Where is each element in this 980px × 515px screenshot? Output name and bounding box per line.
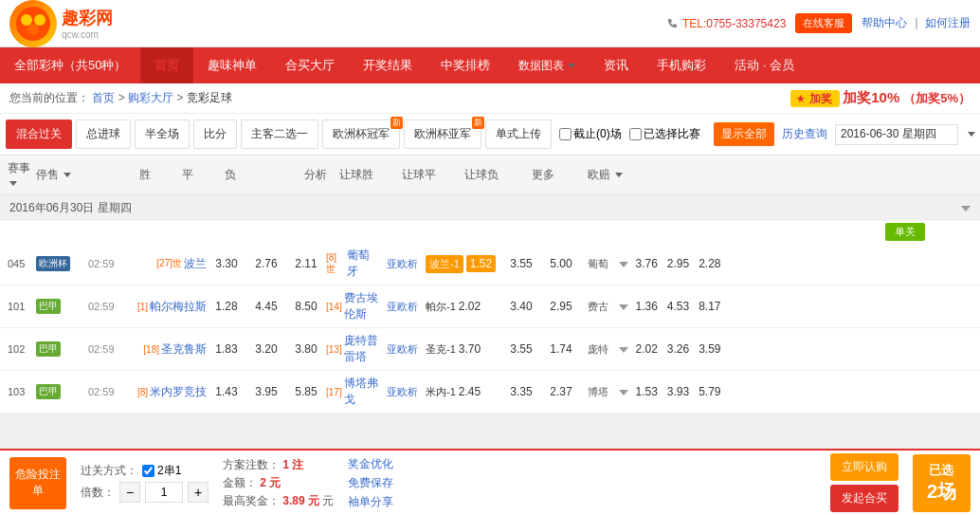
more-btn[interactable] [614, 385, 633, 398]
home-team-name[interactable]: 波兰 [184, 256, 207, 272]
analysis-link[interactable]: 亚欧析 [387, 301, 418, 312]
free-save-link[interactable]: 免费保存 [348, 475, 393, 481]
filter-tab-single-upload[interactable]: 单式上传 [485, 120, 552, 149]
passway-checkbox[interactable]: 2串1 [142, 463, 181, 479]
help-center-link[interactable]: 帮助中心 [862, 16, 907, 29]
chevron-down-icon[interactable] [619, 347, 628, 353]
odds-win-val[interactable]: 3.30 [215, 257, 237, 270]
odds-lose-val[interactable]: 3.80 [295, 342, 317, 356]
nav-fun-single[interactable]: 趣味神单 [193, 47, 271, 83]
home-team-name[interactable]: 米内罗竞技 [150, 384, 207, 400]
filter-tab-europe-runner[interactable]: 欧洲杯亚军 新 [404, 120, 481, 149]
selected-check[interactable]: 已选择比赛 [629, 126, 700, 142]
let-label[interactable]: 米内-1 [426, 385, 456, 399]
let-draw-val[interactable]: 3.55 [510, 257, 532, 270]
odds-draw-val[interactable]: 4.45 [255, 300, 277, 313]
col-header-stop[interactable]: 停售 [36, 167, 83, 183]
euro-win: 1.53 [633, 385, 660, 398]
nav-data-chart[interactable]: 数据图表 [504, 47, 590, 83]
let-label[interactable]: 帕尔-1 [426, 300, 456, 314]
date-input[interactable] [835, 124, 958, 145]
nav-all-games[interactable]: 全部彩种（共50种） [0, 47, 140, 83]
nav-mobile-lottery[interactable]: 手机购彩 [643, 47, 720, 83]
let-win-val[interactable]: 2.45 [459, 385, 481, 398]
away-team-area: [14] 费古埃伦斯 [326, 290, 378, 322]
let-draw-val[interactable]: 3.55 [510, 342, 532, 356]
analysis-cell[interactable]: 亚欧析 [378, 342, 426, 357]
nav-group-buy[interactable]: 合买大厅 [271, 47, 349, 83]
nav-news[interactable]: 资讯 [590, 47, 643, 83]
odds-win-cell: 1.28 [207, 300, 246, 313]
nav-lottery-result[interactable]: 开奖结果 [349, 47, 426, 83]
odds-lose-val[interactable]: 8.50 [295, 300, 317, 313]
odds-lose-val[interactable]: 2.11 [295, 257, 317, 270]
chevron-down-icon[interactable] [619, 304, 628, 310]
home-team-name[interactable]: 帕尔梅拉斯 [150, 299, 207, 315]
nav-home[interactable]: 首页 [140, 47, 193, 83]
more-btn[interactable] [614, 300, 633, 313]
odds-win-val[interactable]: 1.43 [215, 385, 237, 398]
filter-tab-half-full[interactable]: 半全场 [135, 120, 190, 149]
filter-tab-mixed[interactable]: 混合过关 [6, 120, 72, 149]
chevron-down-icon[interactable] [619, 262, 628, 267]
filter-tab-home-away[interactable]: 主客二选一 [241, 120, 318, 149]
odds-win-val[interactable]: 1.28 [215, 300, 237, 313]
filter-tab-total-goals[interactable]: 总进球 [76, 120, 131, 149]
prize-optimize-link[interactable]: 奖金优化 [348, 456, 393, 472]
filter-tab-europe-champion[interactable]: 欧洲杯冠军 新 [322, 120, 400, 149]
let-lose-val[interactable]: 2.95 [550, 300, 572, 313]
let-label[interactable]: 圣克-1 [426, 342, 456, 357]
chevron-down-icon[interactable] [619, 390, 628, 395]
let-win-val[interactable]: 3.70 [459, 342, 481, 356]
away-team-name[interactable]: 葡萄牙 [347, 248, 378, 280]
stop-sort-arrow [64, 173, 71, 177]
cutoff-check[interactable]: 截止(0)场 [559, 126, 622, 142]
analysis-link[interactable]: 亚欧析 [387, 258, 418, 269]
breadcrumb-purchase[interactable]: 购彩大厅 [128, 91, 173, 104]
away-team-name[interactable]: 庞特普雷塔 [344, 333, 378, 365]
online-service-btn[interactable]: 在线客服 [795, 13, 852, 33]
away-team-name[interactable]: 博塔弗戈 [344, 376, 378, 408]
col-header-match[interactable]: 赛事 [8, 160, 36, 190]
odds-draw-val[interactable]: 3.20 [255, 342, 277, 356]
away-team-name[interactable]: 费古埃伦斯 [344, 290, 378, 322]
let-draw-val[interactable]: 3.35 [510, 385, 532, 398]
how-to-register-link[interactable]: 如何注册 [925, 16, 971, 29]
odds-draw-val[interactable]: 2.76 [255, 257, 277, 270]
let-draw-cell: 3.40 [501, 300, 541, 313]
euro-dropdown-arrow[interactable] [615, 173, 623, 177]
away-rank: [14] [326, 302, 342, 312]
nav-prize-rank[interactable]: 中奖排榜 [426, 47, 504, 83]
passway-section: 过关方式： 2串1 倍数： − + [81, 463, 209, 480]
risk-side-btn[interactable]: 危险投注单 [9, 457, 66, 481]
let-win-val[interactable]: 1.52 [466, 255, 496, 272]
let-lose-val[interactable]: 5.00 [550, 257, 572, 270]
history-query-link[interactable]: 历史查询 [782, 126, 827, 142]
show-all-btn[interactable]: 显示全部 [714, 122, 774, 146]
home-team-name[interactable]: 圣克鲁斯 [161, 341, 207, 358]
analysis-cell[interactable]: 亚欧析 [378, 257, 426, 271]
analysis-link[interactable]: 亚欧析 [387, 343, 418, 355]
analysis-link[interactable]: 亚欧析 [387, 386, 418, 397]
date-dropdown-arrow[interactable] [968, 132, 975, 137]
let-lose-val[interactable]: 2.37 [550, 385, 572, 398]
odds-win-val[interactable]: 1.83 [215, 342, 237, 356]
euro-lose: 3.59 [697, 342, 723, 356]
filter-tab-score[interactable]: 比分 [193, 120, 237, 149]
odds-lose-val[interactable]: 5.85 [295, 385, 317, 398]
league-badge-area: 巴甲 [36, 384, 88, 399]
let-win-val[interactable]: 2.02 [459, 300, 481, 313]
more-btn[interactable] [614, 257, 633, 270]
analysis-cell[interactable]: 亚欧析 [378, 385, 426, 399]
odds-draw-val[interactable]: 3.95 [255, 385, 277, 398]
analysis-cell[interactable]: 亚欧析 [378, 300, 426, 314]
let-draw-val[interactable]: 3.40 [510, 300, 532, 313]
nav-activity-member[interactable]: 活动 · 会员 [720, 47, 808, 83]
date-collapse-arrow[interactable] [961, 206, 971, 212]
odds-draw-cell: 3.20 [246, 342, 286, 356]
buy-now-btn[interactable]: 立即认购 [830, 453, 898, 480]
let-lose-val[interactable]: 1.74 [550, 342, 572, 356]
let-label[interactable]: 波兰-1 [426, 255, 463, 273]
breadcrumb-home[interactable]: 首页 [92, 91, 115, 104]
more-btn[interactable] [614, 342, 633, 356]
